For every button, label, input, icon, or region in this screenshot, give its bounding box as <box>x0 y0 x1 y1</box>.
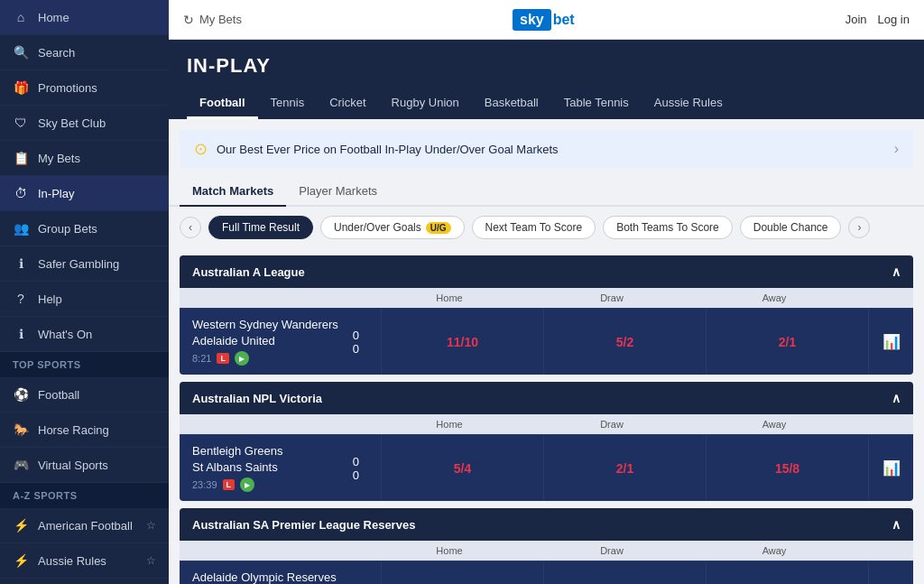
refresh-icon: ↻ <box>183 13 194 27</box>
away-odds-cell: 2/7 <box>706 561 868 584</box>
home-odds-button[interactable]: 11/10 <box>438 331 487 353</box>
stats-icon[interactable]: 📊 <box>882 459 901 477</box>
home-odds-button[interactable]: 5/4 <box>445 458 480 479</box>
away-col-header: Away <box>693 419 855 430</box>
virtual-sports-icon: 🎮 <box>13 458 29 472</box>
odds-header-row: HomeDrawAway <box>180 541 913 561</box>
sidebar-item-group-bets[interactable]: 👥Group Bets <box>0 211 169 246</box>
auth-buttons: Join Log in <box>845 13 910 26</box>
sidebar-item-search[interactable]: 🔍Search <box>0 35 169 70</box>
promo-banner[interactable]: ⊙ Our Best Ever Price on Football In-Pla… <box>180 130 913 168</box>
away-team-name: St Albans Saints <box>192 460 282 474</box>
group-bets-icon: 👥 <box>13 221 29 236</box>
live-badge: L <box>217 353 229 364</box>
filter-pill-full-time-result[interactable]: Full Time Result <box>208 216 313 239</box>
safer-gambling-icon: ℹ <box>13 256 29 271</box>
sidebar-item-promotions[interactable]: 🎁Promotions <box>0 70 169 106</box>
topbar: ↻ My Bets sky bet Join Log in <box>169 0 924 40</box>
filter-pills: Full Time ResultUnder/Over Goals U/GNext… <box>208 216 841 239</box>
draw-col-header: Draw <box>531 419 693 430</box>
sport-icon: ⚡ <box>13 518 29 533</box>
market-tab-player-markets[interactable]: Player Markets <box>286 177 390 207</box>
filter-pill-under-over-goals[interactable]: Under/Over Goals U/G <box>320 216 464 239</box>
bet-text: bet <box>553 12 575 28</box>
match-col-header <box>192 292 368 303</box>
league-name: Australian SA Premier League Reserves <box>192 518 415 532</box>
sport-tab-basketball[interactable]: Basketball <box>472 88 551 119</box>
league-header-a-league[interactable]: Australian A League∧ <box>180 255 913 288</box>
sidebar-item-in-play[interactable]: ⏱In-Play <box>0 176 169 211</box>
draw-col-header: Draw <box>531 545 693 556</box>
stats-icon[interactable]: 📊 <box>882 333 901 350</box>
home-score: 0 <box>353 455 359 468</box>
league-name: Australian NPL Victoria <box>192 392 322 405</box>
my-bets-topbar[interactable]: ↻ My Bets <box>183 13 242 27</box>
top-sports-header: TOP SPORTS <box>0 352 169 377</box>
sport-tab-cricket[interactable]: Cricket <box>317 88 378 119</box>
collapse-icon: ∧ <box>892 517 901 532</box>
sport-tab-rugby-union[interactable]: Rugby Union <box>379 88 472 119</box>
live-badge: L <box>223 479 236 490</box>
draw-odds-button[interactable]: 2/1 <box>607 458 642 479</box>
filter-next-button[interactable]: › <box>848 217 870 238</box>
sidebar-item-whats-on[interactable]: ℹWhat's On <box>0 317 169 352</box>
sidebar-item-aussie-rules[interactable]: ⚡Aussie Rules☆ <box>0 543 169 579</box>
sidebar-item-baseball[interactable]: ⚡Baseball☆ <box>0 579 169 584</box>
draw-odds-cell: 5/2 <box>543 309 706 375</box>
sidebar-item-virtual-sports[interactable]: 🎮Virtual Sports <box>0 448 169 483</box>
sidebar-item-american-football[interactable]: ⚡American Football☆ <box>0 508 169 543</box>
league-header-npl-victoria[interactable]: Australian NPL Victoria∧ <box>180 382 913 414</box>
promo-icon: ⊙ <box>194 139 208 159</box>
sport-tab-football[interactable]: Football <box>187 88 258 119</box>
sidebar-item-skybet-club[interactable]: 🛡Sky Bet Club <box>0 106 169 141</box>
filter-pill-both-teams-to-score[interactable]: Both Teams To Score <box>603 216 733 239</box>
football-icon: ⚽ <box>13 387 29 402</box>
sport-tabs: FootballTennisCricketRugby UnionBasketba… <box>187 88 906 119</box>
away-score: 0 <box>353 468 359 482</box>
match-col-header <box>192 419 368 430</box>
collapse-icon: ∧ <box>892 391 901 405</box>
away-odds-button[interactable]: 15/8 <box>766 458 808 479</box>
inplay-header: IN-PLAY FootballTennisCricketRugby Union… <box>169 40 924 119</box>
league-header-sa-premier-reserves[interactable]: Australian SA Premier League Reserves∧ <box>180 508 913 541</box>
filter-prev-button[interactable]: ‹ <box>180 217 201 238</box>
home-col-header: Home <box>368 292 531 303</box>
away-col-header: Away <box>693 292 855 303</box>
filter-pill-double-chance[interactable]: Double Chance <box>740 216 842 239</box>
site-logo: sky bet <box>513 9 575 31</box>
favorite-star-icon[interactable]: ☆ <box>146 519 156 532</box>
sidebar-item-horse-racing[interactable]: 🐎Horse Racing <box>0 413 169 448</box>
match-row: Bentleigh Greens St Albans Saints 23:39 … <box>180 434 913 501</box>
filter-row: ‹ Full Time ResultUnder/Over Goals U/GNe… <box>169 207 924 248</box>
market-tabs: Match MarketsPlayer Markets <box>169 168 924 207</box>
search-icon: 🔍 <box>13 45 29 60</box>
away-odds-cell: 15/8 <box>706 435 868 501</box>
sport-tab-aussie-rules[interactable]: Aussie Rules <box>642 88 735 119</box>
join-button[interactable]: Join <box>845 13 867 26</box>
sport-tab-tennis[interactable]: Tennis <box>258 88 318 119</box>
home-team-name: Bentleigh Greens <box>192 444 282 458</box>
login-button[interactable]: Log in <box>878 13 910 26</box>
az-sports-header: A-Z SPORTS <box>0 483 169 508</box>
draw-odds-button[interactable]: 5/2 <box>607 331 642 353</box>
away-odds-button[interactable]: 2/1 <box>770 331 805 353</box>
stats-cell: 📊 <box>868 561 913 584</box>
draw-odds-cell: 2/1 <box>543 435 706 501</box>
sidebar-item-my-bets[interactable]: 📋My Bets <box>0 141 169 176</box>
sidebar-item-football[interactable]: ⚽Football <box>0 377 169 413</box>
home-team-name: Western Sydney Wanderers <box>192 318 338 331</box>
market-tab-match-markets[interactable]: Match Markets <box>180 177 286 207</box>
home-col-header: Home <box>368 545 531 556</box>
favorite-star-icon[interactable]: ☆ <box>146 554 156 567</box>
stats-cell: 📊 <box>868 309 913 375</box>
help-icon: ? <box>13 292 29 306</box>
sport-tab-table-tennis[interactable]: Table Tennis <box>551 88 642 119</box>
collapse-icon: ∧ <box>892 264 901 279</box>
sidebar-item-home[interactable]: ⌂Home <box>0 0 169 35</box>
sidebar-item-safer-gambling[interactable]: ℹSafer Gambling <box>0 246 169 282</box>
away-team-name: Adelaide United <box>192 334 338 348</box>
sidebar-item-help[interactable]: ?Help <box>0 282 169 317</box>
home-odds-cell: 10/1 <box>381 561 543 584</box>
filter-pill-next-team-to-score[interactable]: Next Team To Score <box>472 216 596 239</box>
draw-col-header: Draw <box>531 292 693 303</box>
